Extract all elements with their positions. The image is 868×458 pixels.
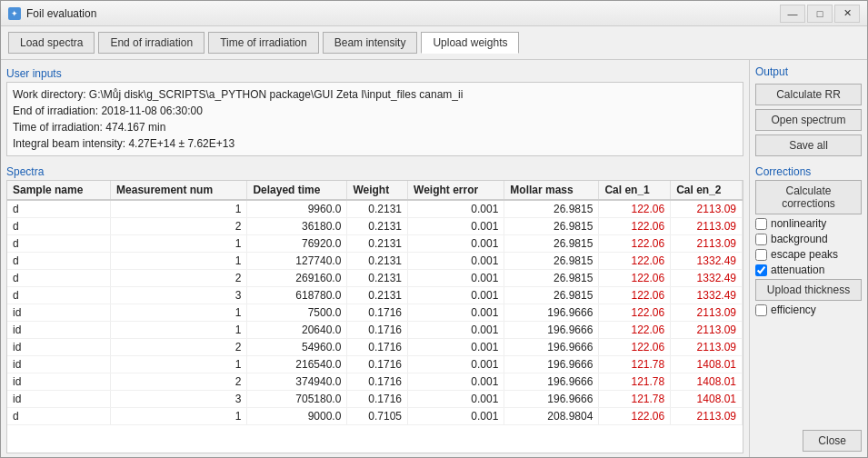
cell-sample: d — [7, 287, 111, 304]
table-row: d2269160.00.21310.00126.9815122.061332.4… — [7, 270, 743, 287]
work-directory-label: Work directory: — [13, 88, 85, 101]
cell-mollar: 26.9815 — [504, 235, 599, 253]
cell-weight: 0.1716 — [347, 356, 408, 373]
col-sample-name: Sample name — [7, 181, 111, 200]
end-irradiation-label: End of irradiation: — [13, 105, 98, 117]
efficiency-checkbox[interactable] — [755, 304, 767, 316]
cell-meas_num: 1 — [111, 253, 247, 270]
cell-meas_num: 1 — [111, 304, 247, 322]
attenuation-label: attenuation — [771, 264, 824, 276]
cell-weight: 0.7105 — [347, 408, 408, 425]
cell-cal_en2: 1408.01 — [671, 356, 743, 373]
tab-end-irradiation[interactable]: End of irradiation — [98, 32, 205, 54]
cell-meas_num: 1 — [111, 408, 247, 425]
cell-meas_num: 3 — [111, 391, 247, 408]
cell-cal_en1: 122.06 — [599, 235, 671, 253]
close-window-button[interactable]: ✕ — [834, 5, 860, 23]
cell-weight_err: 0.001 — [408, 339, 504, 356]
cell-meas_num: 1 — [111, 200, 247, 218]
upload-thickness-button[interactable]: Upload thickness — [755, 279, 862, 301]
col-cal-en2: Cal en_2 — [671, 181, 743, 200]
spectra-label: Spectra — [6, 165, 743, 178]
spectra-table: Sample name Measurement num Delayed time… — [7, 181, 743, 425]
cell-cal_en1: 121.78 — [599, 391, 671, 408]
cell-weight_err: 0.001 — [408, 408, 504, 425]
title-bar: ✦ Foil evaluation — □ ✕ — [1, 1, 867, 26]
cell-mollar: 196.9666 — [504, 304, 599, 322]
cell-weight_err: 0.001 — [408, 235, 504, 253]
attenuation-checkbox[interactable] — [755, 264, 767, 276]
cell-meas_num: 2 — [111, 373, 247, 391]
work-directory-value: G:\Můj disk\g_SCRIPTS\a_PYTHON package\G… — [89, 88, 464, 101]
nonlinearity-checkbox[interactable] — [755, 218, 767, 230]
user-inputs-section: User inputs Work directory: G:\Můj disk\… — [6, 64, 743, 162]
cell-cal_en2: 2113.09 — [671, 218, 743, 235]
cell-meas_num: 1 — [111, 235, 247, 253]
open-spectrum-button[interactable]: Open spectrum — [755, 109, 862, 131]
col-weight-error: Weight error — [408, 181, 504, 200]
tab-time-irradiation[interactable]: Time of irradiation — [208, 32, 319, 54]
cell-cal_en2: 1332.49 — [671, 287, 743, 304]
cell-sample: d — [7, 253, 111, 270]
cell-mollar: 208.9804 — [504, 408, 599, 425]
cell-mollar: 196.9666 — [504, 339, 599, 356]
cell-cal_en2: 1408.01 — [671, 391, 743, 408]
cell-sample: d — [7, 408, 111, 425]
table-row: id17500.00.17160.001196.9666122.062113.0… — [7, 304, 743, 322]
tab-load-spectra[interactable]: Load spectra — [8, 32, 95, 54]
cell-cal_en1: 122.06 — [599, 304, 671, 322]
save-all-button[interactable]: Save all — [755, 134, 862, 156]
cell-weight: 0.1716 — [347, 373, 408, 391]
close-row: Close — [755, 430, 862, 452]
sidebar: Output Calculate RR Open spectrum Save a… — [749, 60, 867, 457]
background-checkbox[interactable] — [755, 234, 767, 245]
cell-delayed: 20640.0 — [247, 322, 347, 339]
close-button[interactable]: Close — [803, 430, 862, 452]
maximize-button[interactable]: □ — [807, 5, 833, 23]
cell-weight_err: 0.001 — [408, 391, 504, 408]
cell-cal_en2: 1332.49 — [671, 270, 743, 287]
cell-meas_num: 1 — [111, 356, 247, 373]
corrections-section: Corrections Calculate corrections nonlin… — [755, 165, 862, 319]
escape-peaks-checkbox[interactable] — [755, 249, 767, 261]
cell-cal_en1: 122.06 — [599, 200, 671, 218]
cell-sample: id — [7, 322, 111, 339]
attenuation-row: attenuation — [755, 264, 862, 276]
main-panel: User inputs Work directory: G:\Můj disk\… — [1, 60, 749, 457]
integral-beam-label: Integral beam intensity: — [13, 137, 125, 150]
integral-beam-line: Integral beam intensity: 4.27E+14 ± 7.62… — [13, 135, 737, 152]
cell-sample: id — [7, 356, 111, 373]
cell-sample: id — [7, 339, 111, 356]
cell-sample: d — [7, 200, 111, 218]
cell-delayed: 216540.0 — [247, 356, 347, 373]
cell-mollar: 26.9815 — [504, 218, 599, 235]
integral-beam-value: 4.27E+14 ± 7.62E+13 — [128, 137, 234, 150]
calculate-corrections-button[interactable]: Calculate corrections — [755, 180, 862, 214]
cell-weight: 0.1716 — [347, 391, 408, 408]
calculate-rr-button[interactable]: Calculate RR — [755, 84, 862, 105]
cell-delayed: 9000.0 — [247, 408, 347, 425]
table-row: id120640.00.17160.001196.9666122.062113.… — [7, 322, 743, 339]
cell-sample: id — [7, 304, 111, 322]
cell-delayed: 7500.0 — [247, 304, 347, 322]
cell-mollar: 26.9815 — [504, 253, 599, 270]
table-row: id254960.00.17160.001196.9666122.062113.… — [7, 339, 743, 356]
efficiency-row: efficiency — [755, 304, 862, 316]
col-delayed-time: Delayed time — [247, 181, 347, 200]
cell-cal_en2: 1408.01 — [671, 373, 743, 391]
cell-cal_en2: 2113.09 — [671, 408, 743, 425]
cell-cal_en1: 122.06 — [599, 339, 671, 356]
spectra-table-wrapper[interactable]: Sample name Measurement num Delayed time… — [6, 180, 743, 453]
cell-cal_en1: 121.78 — [599, 373, 671, 391]
cell-mollar: 196.9666 — [504, 322, 599, 339]
cell-weight: 0.1716 — [347, 322, 408, 339]
cell-mollar: 196.9666 — [504, 391, 599, 408]
cell-mollar: 196.9666 — [504, 356, 599, 373]
cell-weight_err: 0.001 — [408, 373, 504, 391]
cell-weight_err: 0.001 — [408, 322, 504, 339]
nonlinearity-label: nonlinearity — [771, 217, 826, 230]
tab-upload-weights[interactable]: Upload weights — [421, 32, 519, 54]
minimize-button[interactable]: — — [780, 5, 805, 23]
tab-beam-intensity[interactable]: Beam intensity — [323, 32, 418, 54]
cell-cal_en1: 122.06 — [599, 253, 671, 270]
